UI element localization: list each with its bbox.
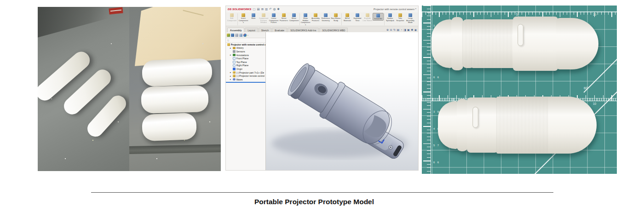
printed-prototype-collapsed <box>422 6 617 174</box>
tab-layout[interactable]: Layout <box>245 28 258 32</box>
assembly-features-icon <box>314 13 317 17</box>
insert-components-button[interactable]: Insert Components <box>238 13 248 24</box>
move-component-button[interactable]: Move Component <box>289 13 299 22</box>
ribbon-separator <box>384 13 385 25</box>
instant3d-button[interactable]: Instant3D <box>373 13 384 21</box>
foam-cylinder-top <box>142 58 213 86</box>
tree-item-projector-part[interactable]: ▸ (-) Projector part 7+1+ (De <box>226 71 265 74</box>
plane-icon <box>233 64 236 67</box>
expand-arrow-icon[interactable]: ▸ <box>230 78 232 80</box>
large-assembly-mode-button[interactable]: Large Assembly Mode <box>405 13 415 24</box>
mate-button[interactable]: Mate <box>248 13 259 20</box>
explode-line-sketch-button[interactable]: Explode Line Sketch <box>362 13 373 22</box>
exploded-view-button[interactable]: Exploded View <box>352 13 362 22</box>
print-icon[interactable]: ▥ <box>265 8 268 11</box>
move-component-icon <box>292 13 296 17</box>
tree-item-right-plane[interactable]: Right Plane <box>226 64 265 68</box>
rebuild-icon[interactable]: ◍ <box>273 8 276 11</box>
expand-arrow-icon[interactable]: ▸ <box>230 71 232 74</box>
zoom-to-area-icon[interactable]: ⊖ <box>390 29 392 31</box>
feature-tree-tab-icon[interactable] <box>227 34 230 37</box>
options-icon[interactable]: ✱ <box>277 8 279 11</box>
tree-flyout-divider <box>226 82 265 83</box>
large-assembly-mode-icon <box>408 13 412 17</box>
plane-icon <box>233 57 236 60</box>
expand-arrow-icon[interactable]: ▸ <box>230 75 232 77</box>
property-manager-tab-icon[interactable] <box>231 34 234 37</box>
open-icon[interactable]: ▤ <box>257 8 260 11</box>
edit-component-icon <box>230 13 234 17</box>
caption-divider <box>91 192 553 193</box>
command-manager-ribbon: Edit Component Insert Components Mate Co… <box>226 12 418 26</box>
component-preview-window-icon <box>262 13 265 17</box>
prototype-slot <box>472 107 478 128</box>
new-document-icon[interactable]: ▢ <box>253 8 255 11</box>
tab-solidworks-mbd[interactable]: SOLIDWORKS MBD <box>319 28 348 32</box>
dimxpert-manager-tab-icon[interactable] <box>239 34 242 37</box>
new-motion-study-icon <box>334 13 338 17</box>
smart-fasteners-button[interactable]: Smart Fasteners <box>279 13 289 22</box>
tab-sketch[interactable]: Sketch <box>259 28 271 32</box>
update-speedpak-button[interactable]: Update Speedpak <box>385 13 395 22</box>
tab-assembly[interactable]: Assembly <box>227 28 244 32</box>
tab-solidworks-add-ins[interactable]: SOLIDWORKS Add-Ins <box>288 28 319 32</box>
new-motion-study-button[interactable]: New Motion Study <box>331 13 341 22</box>
expand-arrow-icon[interactable]: ▸ <box>230 54 232 56</box>
edit-appearance-icon[interactable]: ✱ <box>411 29 413 31</box>
update-speedpak-icon <box>388 13 392 17</box>
tab-evaluate[interactable]: Evaluate <box>272 28 287 32</box>
origin-icon <box>233 68 236 70</box>
plane-icon <box>233 61 236 63</box>
component-preview-window-button[interactable]: Component Preview Window <box>259 13 269 24</box>
undo-icon[interactable]: ↶ <box>269 8 271 11</box>
heads-up-view-toolbar: ⊕ ⊖ ↻ ▤ ◔ ◨ ▣ ✱ ◉ <box>386 29 417 32</box>
tree-root-item[interactable]: Projector with remote control a <box>226 43 265 46</box>
ribbon-separator <box>237 13 238 25</box>
tree-item-origin[interactable]: Origin <box>226 67 265 71</box>
command-manager-tabs: Assembly Layout Sketch Evaluate SOLIDWOR… <box>226 26 418 32</box>
tree-item-projector-remote[interactable]: ▸ (-) Projector remote control <box>226 74 265 78</box>
previous-view-icon[interactable]: ↻ <box>393 29 396 31</box>
view-orientation-icon[interactable]: ◔ <box>401 29 402 31</box>
section-view-icon[interactable]: ▤ <box>397 29 400 31</box>
take-snapshot-button[interactable]: Take Snapshot <box>395 13 405 22</box>
tree-item-top-plane[interactable]: Top Plane <box>226 60 265 64</box>
part-icon <box>233 71 236 74</box>
cad-viewport[interactable] <box>266 32 418 170</box>
configuration-manager-tab-icon[interactable] <box>235 34 238 37</box>
zoom-to-fit-icon[interactable]: ⊕ <box>386 29 389 31</box>
tree-item-mates[interactable]: ▸ Mates <box>226 78 265 81</box>
tree-item-annotations[interactable]: ▸ Annotations <box>226 53 265 57</box>
bill-of-materials-button[interactable]: Bill of Materials <box>342 13 352 22</box>
prototype-collar <box>467 97 498 153</box>
display-manager-tab-icon[interactable] <box>243 34 247 37</box>
display-style-icon[interactable]: ◨ <box>403 29 406 31</box>
solidworks-window: DS SOLIDWORKS ▢ ▤ ⊞ ▥ ↶ ◍ ✱ Projector wi… <box>225 6 419 171</box>
feature-manager-tab-strip: › <box>226 32 265 38</box>
show-hidden-components-button[interactable]: Show Hidden Components <box>300 13 310 26</box>
insert-components-icon <box>242 13 245 17</box>
tree-item-history[interactable]: ▸ History <box>226 46 265 50</box>
foam-photo-diagonal <box>38 7 129 171</box>
hide-show-items-icon[interactable]: ▣ <box>407 29 410 31</box>
exploded-view-icon <box>356 13 359 17</box>
foam-photo-stacked <box>129 7 221 171</box>
edit-component-button[interactable]: Edit Component <box>227 13 237 22</box>
ribbon-separator <box>299 13 300 25</box>
tab-strip-expand-icon[interactable]: › <box>247 34 248 36</box>
reference-geometry-icon <box>324 13 328 17</box>
reference-geometry-button[interactable]: Reference Geometry <box>321 13 331 22</box>
explode-line-sketch-icon <box>366 13 369 17</box>
assembly-features-button[interactable]: Assembly Features <box>310 13 321 22</box>
linear-component-pattern-button[interactable]: Linear Component Pattern <box>269 13 279 24</box>
solidworks-titlebar: DS SOLIDWORKS ▢ ▤ ⊞ ▥ ↶ ◍ ✱ Projector wi… <box>226 6 418 12</box>
save-icon[interactable]: ⊞ <box>261 8 264 11</box>
prototype-end-dome <box>549 97 597 154</box>
tree-filter-row[interactable]: ▽ <box>226 38 265 43</box>
tree-item-sensors[interactable]: Sensors <box>226 50 265 53</box>
apply-scene-icon[interactable]: ◉ <box>414 29 417 31</box>
foam-cylinder-bottom <box>142 113 197 141</box>
projector-cad-model <box>266 32 418 170</box>
expand-arrow-icon[interactable]: ▸ <box>230 47 232 49</box>
tree-item-front-plane[interactable]: Front Plane <box>226 57 265 60</box>
